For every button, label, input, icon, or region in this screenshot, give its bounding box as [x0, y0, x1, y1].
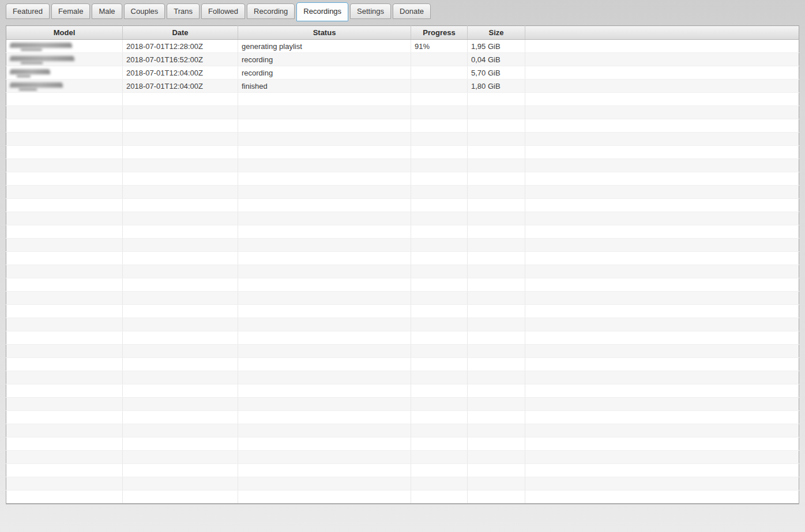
tab-recording[interactable]: Recording — [247, 3, 295, 19]
cell-filler — [525, 66, 799, 80]
cell-progress — [411, 491, 468, 504]
cell-filler — [525, 331, 799, 345]
tab-female[interactable]: Female — [51, 3, 90, 19]
cell-date — [123, 384, 238, 398]
cell-size — [468, 305, 525, 318]
cell-model — [6, 384, 123, 398]
cell-filler — [525, 133, 799, 146]
cell-progress — [411, 212, 468, 225]
cell-date — [123, 252, 238, 265]
table-row[interactable]: 2018-07-01T12:04:00Z finished 1,80 GiB — [6, 80, 799, 93]
table-row-empty[interactable] — [6, 451, 799, 464]
table-row-empty[interactable] — [6, 172, 799, 186]
tab-couples[interactable]: Couples — [124, 3, 165, 19]
table-row-empty[interactable] — [6, 239, 799, 252]
table-row-empty[interactable] — [6, 252, 799, 265]
cell-filler — [525, 239, 799, 252]
tab-recordings[interactable]: Recordings — [296, 2, 348, 21]
cell-size: 5,70 GiB — [468, 66, 525, 80]
cell-progress — [411, 265, 468, 278]
table-row-empty[interactable] — [6, 292, 799, 305]
table-row-empty[interactable] — [6, 119, 799, 133]
table-row-empty[interactable] — [6, 477, 799, 491]
table-row-empty[interactable] — [6, 146, 799, 159]
cell-size: 1,95 GiB — [468, 40, 525, 53]
tab-followed[interactable]: Followed — [201, 3, 245, 19]
cell-size — [468, 318, 525, 331]
cell-date — [123, 146, 238, 159]
table-row-empty[interactable] — [6, 411, 799, 424]
cell-filler — [525, 80, 799, 93]
table-row-empty[interactable] — [6, 305, 799, 318]
table-row-empty[interactable] — [6, 491, 799, 504]
cell-progress — [411, 305, 468, 318]
table-row-empty[interactable] — [6, 93, 799, 106]
cell-filler — [525, 424, 799, 437]
cell-progress — [411, 358, 468, 371]
cell-status — [238, 172, 411, 186]
cell-progress — [411, 252, 468, 265]
cell-status — [238, 252, 411, 265]
column-header-status[interactable]: Status — [238, 26, 411, 40]
table-row-empty[interactable] — [6, 345, 799, 358]
tab-label: Trans — [174, 7, 193, 16]
cell-progress — [411, 133, 468, 146]
table-row-empty[interactable] — [6, 464, 799, 477]
cell-filler — [525, 265, 799, 278]
column-header-size[interactable]: Size — [468, 26, 525, 40]
cell-date — [123, 305, 238, 318]
table-row-empty[interactable] — [6, 331, 799, 345]
table-row-empty[interactable] — [6, 384, 799, 398]
table-row-empty[interactable] — [6, 371, 799, 384]
table-row[interactable]: 2018-07-01T16:52:00Z recording 0,04 GiB — [6, 53, 799, 66]
cell-model — [6, 411, 123, 424]
tab-male[interactable]: Male — [92, 3, 122, 19]
model-name-redacted — [10, 55, 74, 64]
table-row-empty[interactable] — [6, 225, 799, 239]
cell-date — [123, 172, 238, 186]
cell-model — [6, 292, 123, 305]
cell-size — [468, 172, 525, 186]
table-row-empty[interactable] — [6, 278, 799, 292]
column-header-date[interactable]: Date — [123, 26, 238, 40]
table-row-empty[interactable] — [6, 159, 799, 172]
cell-progress — [411, 66, 468, 80]
cell-progress — [411, 199, 468, 212]
cell-progress — [411, 371, 468, 384]
cell-filler — [525, 172, 799, 186]
table-row-empty[interactable] — [6, 398, 799, 411]
cell-progress — [411, 292, 468, 305]
table-row-empty[interactable] — [6, 358, 799, 371]
table-row-empty[interactable] — [6, 318, 799, 331]
column-header-progress[interactable]: Progress — [411, 26, 468, 40]
tab-settings[interactable]: Settings — [350, 3, 391, 19]
table-row[interactable]: 2018-07-01T12:28:00Z generating playlist… — [6, 40, 799, 53]
cell-model — [6, 477, 123, 491]
table-row-empty[interactable] — [6, 212, 799, 225]
cell-filler — [525, 411, 799, 424]
cell-model — [6, 464, 123, 477]
tab-trans[interactable]: Trans — [167, 3, 200, 19]
tab-featured[interactable]: Featured — [6, 3, 50, 19]
model-name-redacted — [10, 82, 63, 90]
table-row-empty[interactable] — [6, 437, 799, 451]
cell-date — [123, 437, 238, 451]
tab-donate[interactable]: Donate — [393, 3, 431, 19]
cell-progress: 91% — [411, 40, 468, 53]
cell-progress — [411, 172, 468, 186]
table-row-empty[interactable] — [6, 106, 799, 119]
cell-size: 1,80 GiB — [468, 80, 525, 93]
cell-size — [468, 477, 525, 491]
recordings-table: Model Date Status Progress Size 2018-07-… — [6, 25, 799, 504]
cell-size — [468, 384, 525, 398]
cell-size — [468, 451, 525, 464]
cell-date — [123, 93, 238, 106]
table-row-empty[interactable] — [6, 265, 799, 278]
table-row-empty[interactable] — [6, 133, 799, 146]
column-header-model[interactable]: Model — [6, 26, 123, 40]
table-row[interactable]: 2018-07-01T12:04:00Z recording 5,70 GiB — [6, 66, 799, 80]
cell-filler — [525, 199, 799, 212]
table-row-empty[interactable] — [6, 199, 799, 212]
table-row-empty[interactable] — [6, 186, 799, 199]
table-row-empty[interactable] — [6, 424, 799, 437]
